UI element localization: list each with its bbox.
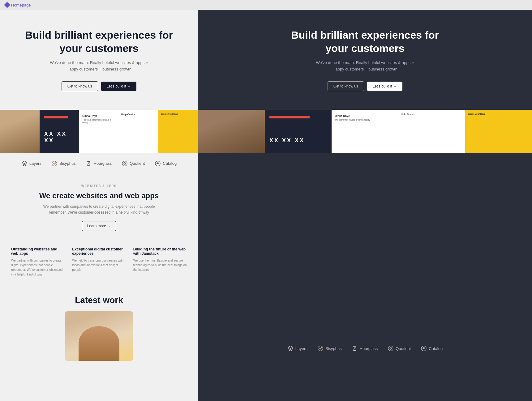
homepage-label: Homepage (11, 3, 31, 7)
panel-dark: Build brilliant experiences for your cus… (198, 10, 532, 401)
mock-yellow-dark (465, 110, 532, 153)
logo-catalog-light: Catalog (155, 160, 177, 167)
screenshot-help-light (119, 110, 158, 153)
logo-layers-light: Layers (21, 160, 41, 167)
sisyphus-icon-dark (317, 345, 324, 352)
feature-col-1-light: Outstanding websites and web apps We par… (7, 243, 68, 280)
mock-dark-ui-light (40, 110, 79, 153)
screenshot-person-dark (198, 110, 265, 153)
logo-sisyphus-light: Sisyphus (51, 160, 76, 167)
logo-bar-light: Layers Sisyphus Hourglass (0, 153, 198, 174)
feature-title-3-light: Building the future of the web with Jams… (133, 247, 187, 256)
sisyphus-icon (51, 160, 58, 167)
svg-point-11 (423, 348, 424, 349)
hero-light: Build brilliant experiences for your cus… (0, 10, 198, 104)
screenshot-dark-ui-dark (265, 110, 332, 153)
screenshot-person-light (0, 110, 40, 153)
svg-point-5 (157, 163, 158, 164)
hourglass-icon-dark (352, 345, 358, 352)
screenshot-help-dark (398, 110, 465, 153)
mock-white-form-light (79, 110, 119, 153)
hero-subtitle-light: We've done the math: Really helpful webs… (46, 60, 152, 73)
logo-quotient-dark: Q Quotient (388, 345, 411, 352)
feature-desc-1-light: We partner with companies to create digi… (11, 258, 65, 277)
logo-quotient-light: Q Quotient (122, 160, 145, 167)
logo-hourglass-light: Hourglass (86, 160, 112, 167)
logo-catalog-dark: Catalog (421, 345, 443, 352)
hourglass-icon (86, 160, 92, 167)
work-person-mock-light (65, 311, 133, 361)
screenshot-yellow-light (158, 110, 198, 153)
feature-desc-2-light: We help to transform businesses with ide… (72, 258, 126, 272)
screenshots-strip-light (0, 110, 198, 153)
feature-col-3-light: Building the future of the web with Jams… (130, 243, 191, 280)
hero-buttons-light: Get to know us Let's build it → (12, 81, 186, 91)
catalog-icon (155, 160, 161, 167)
screenshot-form-dark (332, 110, 398, 153)
svg-text:Q: Q (389, 347, 392, 350)
panels-container: Build brilliant experiences for your cus… (0, 0, 532, 401)
section-label-light: WEBSITES & APPS (12, 184, 186, 188)
hero-title-light: Build brilliant experiences for your cus… (12, 28, 186, 55)
screenshot-yellow-dark (465, 110, 532, 153)
get-to-know-button-light[interactable]: Get to know us (62, 81, 98, 91)
mock-person-light (0, 110, 40, 153)
screenshot-form-light (79, 110, 119, 153)
hero-dark: Build brilliant experiences for your cus… (198, 10, 532, 104)
hero-subtitle-dark: We've done the math: Really helpful webs… (312, 60, 418, 73)
hero-title-dark: Build brilliant experiences for your cus… (210, 28, 520, 55)
latest-work-title-light: Latest work (12, 295, 186, 305)
mock-dark-ui-dark (265, 110, 332, 153)
websites-title-light: We create websites and web apps (12, 191, 186, 200)
websites-desc-light: We partner with companies to create digi… (40, 204, 158, 215)
feature-desc-3-light: We use the most flexible and secure tech… (133, 258, 187, 272)
layers-icon (21, 160, 28, 167)
lets-build-it-button-dark[interactable]: Let's build it → (367, 82, 402, 91)
hero-buttons-dark: Get to know us Let's build it → (210, 81, 520, 91)
logo-layers-dark: Layers (287, 345, 307, 352)
panel-light: Build brilliant experiences for your cus… (0, 10, 198, 401)
svg-text:Q: Q (123, 162, 126, 165)
top-bar: Homepage (0, 0, 532, 10)
catalog-icon-dark (421, 345, 427, 352)
mock-help-dark (398, 110, 465, 153)
work-image-light (65, 311, 133, 361)
mock-white-form-dark (332, 110, 398, 153)
screenshot-dark-ui-light (40, 110, 79, 153)
get-to-know-button-dark[interactable]: Get to know us (328, 81, 364, 91)
mock-person-dark (198, 110, 265, 153)
mock-help-light (119, 110, 158, 153)
mock-yellow-light (158, 110, 198, 153)
quotient-icon: Q (122, 160, 128, 167)
svg-rect-7 (353, 350, 356, 351)
logo-hourglass-dark: Hourglass (352, 345, 378, 352)
feature-title-1-light: Outstanding websites and web apps (11, 247, 65, 256)
websites-section-light: WEBSITES & APPS We create websites and w… (0, 174, 198, 238)
feature-title-2-light: Exceptional digital customer experiences (72, 247, 126, 256)
diamond-icon (4, 2, 10, 8)
learn-more-button-light[interactable]: Learn more → (82, 221, 116, 231)
logo-sisyphus-dark: Sisyphus (317, 345, 342, 352)
svg-rect-1 (87, 165, 90, 166)
logo-bar-dark: Layers Sisyphus Hourglass (198, 153, 532, 401)
lets-build-it-button-light[interactable]: Let's build it → (101, 82, 136, 91)
features-grid-light: Outstanding websites and web apps We par… (0, 238, 198, 288)
latest-work-light: Latest work (0, 288, 198, 366)
layers-icon-dark (287, 345, 294, 352)
screenshots-strip-dark (198, 110, 532, 153)
homepage-breadcrumb[interactable]: Homepage (5, 3, 31, 7)
quotient-icon-dark: Q (388, 345, 394, 352)
feature-col-2-light: Exceptional digital customer experiences… (68, 243, 129, 280)
